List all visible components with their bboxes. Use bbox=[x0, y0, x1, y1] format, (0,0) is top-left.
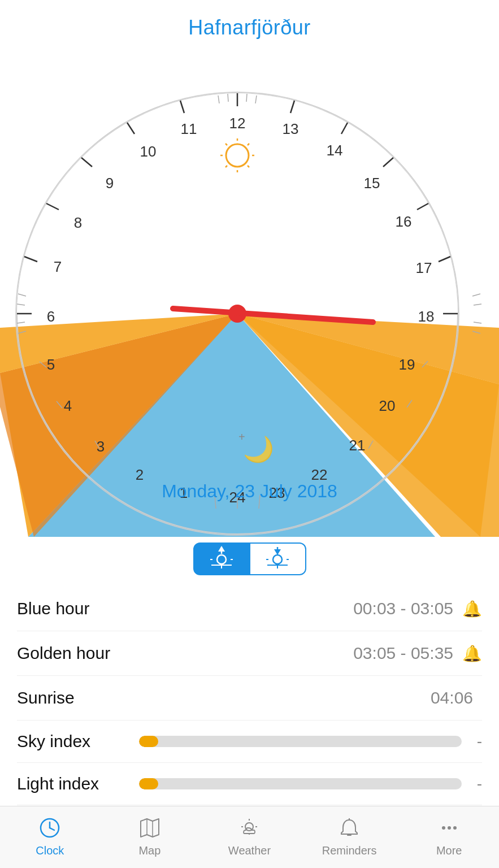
hour-6: 6 bbox=[47, 308, 55, 325]
svg-point-71 bbox=[442, 826, 445, 830]
city-title: Hafnarfjörður bbox=[0, 16, 499, 40]
nav-reminders-label: Reminders bbox=[322, 844, 377, 857]
hour-10: 10 bbox=[140, 143, 157, 160]
toggle-group bbox=[0, 542, 499, 575]
blue-hour-row: Blue hour 00:03 - 03:05 🔔 bbox=[17, 587, 482, 631]
hour-17: 17 bbox=[416, 259, 432, 276]
nav-item-clock[interactable]: Clock bbox=[0, 806, 100, 868]
sky-index-row: Sky index - bbox=[17, 721, 482, 763]
svg-point-53 bbox=[273, 555, 282, 564]
svg-line-28 bbox=[246, 94, 247, 102]
svg-point-72 bbox=[448, 826, 451, 830]
hour-5: 5 bbox=[47, 356, 55, 373]
light-index-bar bbox=[139, 778, 462, 789]
golden-hour-bell[interactable]: 🔔 bbox=[462, 644, 482, 663]
hour-16: 16 bbox=[396, 213, 412, 230]
hour-19: 19 bbox=[399, 356, 415, 373]
nav-item-more[interactable]: More bbox=[399, 806, 499, 868]
blue-hour-label: Blue hour bbox=[17, 599, 353, 618]
nav-item-map[interactable]: Map bbox=[100, 806, 200, 868]
nav-item-weather[interactable]: Weather bbox=[199, 806, 300, 868]
blue-hour-value: 00:03 - 03:05 bbox=[353, 599, 453, 618]
sunrise-row: Sunrise 04:06 bbox=[17, 676, 482, 721]
info-section: Blue hour 00:03 - 03:05 🔔 Golden hour 03… bbox=[0, 587, 499, 805]
golden-hour-row: Golden hour 03:05 - 05:35 🔔 bbox=[17, 631, 482, 676]
date-display: Monday, 23 July 2018 bbox=[162, 481, 337, 502]
svg-text:+: + bbox=[238, 431, 245, 443]
hour-13: 13 bbox=[283, 120, 299, 137]
nav-map-label: Map bbox=[138, 844, 160, 857]
hour-2: 2 bbox=[136, 466, 144, 483]
hour-7: 7 bbox=[54, 258, 62, 275]
light-index-row: Light index - bbox=[17, 763, 482, 805]
sunset-icon bbox=[264, 546, 291, 572]
sky-index-value: - bbox=[471, 732, 482, 750]
hour-21: 21 bbox=[349, 437, 366, 454]
hour-8: 8 bbox=[74, 214, 82, 231]
sunrise-label: Sunrise bbox=[17, 688, 431, 708]
light-index-fill bbox=[139, 778, 158, 789]
hour-11: 11 bbox=[181, 120, 197, 137]
light-index-label: Light index bbox=[17, 774, 130, 793]
sky-index-fill bbox=[139, 736, 158, 747]
sunrise-toggle[interactable] bbox=[193, 542, 250, 575]
clock-nav-icon bbox=[40, 818, 60, 842]
hour-9: 9 bbox=[106, 175, 114, 192]
sunset-toggle[interactable] bbox=[250, 542, 306, 575]
light-index-value: - bbox=[471, 775, 482, 793]
blue-hour-bell[interactable]: 🔔 bbox=[462, 600, 482, 618]
golden-hour-value: 03:05 - 05:35 bbox=[353, 644, 453, 663]
svg-marker-52 bbox=[274, 549, 281, 555]
nav-weather-label: Weather bbox=[228, 844, 271, 857]
hour-18: 18 bbox=[418, 308, 435, 325]
hour-4: 4 bbox=[64, 397, 72, 414]
weather-nav-icon bbox=[239, 818, 259, 842]
svg-line-60 bbox=[50, 828, 54, 830]
map-nav-icon bbox=[140, 818, 160, 842]
svg-line-27 bbox=[228, 94, 228, 102]
svg-marker-61 bbox=[141, 819, 159, 837]
header: Hafnarfjörður bbox=[0, 0, 499, 45]
golden-hour-label: Golden hour bbox=[17, 644, 353, 663]
svg-point-64 bbox=[245, 823, 253, 831]
moon-icon: 🌙 + bbox=[238, 431, 274, 464]
svg-point-73 bbox=[453, 826, 457, 830]
hour-14: 14 bbox=[327, 142, 343, 159]
svg-text:🌙: 🌙 bbox=[243, 435, 274, 464]
sunrise-icon bbox=[208, 546, 235, 572]
clock-container: 6 7 8 9 10 11 12 bbox=[0, 45, 499, 537]
bottom-nav: Clock Map Weather bbox=[0, 806, 499, 868]
hour-15: 15 bbox=[364, 175, 380, 192]
nav-item-reminders[interactable]: Reminders bbox=[300, 806, 400, 868]
svg-marker-45 bbox=[218, 546, 225, 552]
hour-20: 20 bbox=[379, 397, 396, 414]
svg-point-46 bbox=[217, 555, 226, 564]
sky-index-label: Sky index bbox=[17, 732, 130, 751]
more-nav-icon bbox=[439, 818, 459, 842]
nav-more-label: More bbox=[436, 844, 462, 857]
reminders-nav-icon bbox=[339, 818, 359, 842]
nav-clock-label: Clock bbox=[36, 844, 64, 857]
sunrise-value: 04:06 bbox=[431, 688, 473, 708]
clock-svg: 6 7 8 9 10 11 12 bbox=[0, 45, 499, 537]
sky-index-bar bbox=[139, 736, 462, 747]
hour-12: 12 bbox=[229, 115, 246, 132]
